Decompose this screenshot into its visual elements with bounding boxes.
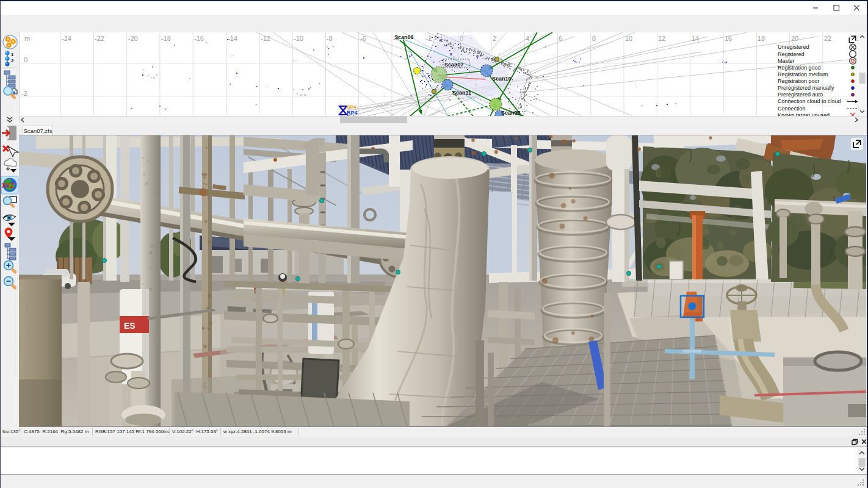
svg-text:14: 14 — [692, 35, 699, 42]
svg-text:Scan06: Scan06 — [394, 34, 414, 40]
svg-text:20: 20 — [791, 35, 798, 42]
svg-text:Registration poor: Registration poor — [778, 78, 820, 84]
svg-text:22: 22 — [824, 35, 831, 42]
svg-text:-24: -24 — [62, 35, 71, 42]
svg-text:-10: -10 — [294, 35, 303, 42]
svg-text:Preregistered auto: Preregistered auto — [778, 92, 823, 98]
svg-text:16: 16 — [725, 35, 732, 42]
svg-text:RP4: RP4 — [347, 110, 358, 116]
svg-text:0: 0 — [24, 56, 27, 63]
svg-text:Connection cloud to cloud: Connection cloud to cloud — [778, 98, 841, 104]
svg-text:m: m — [24, 35, 30, 42]
svg-text:-16: -16 — [194, 35, 204, 42]
svg-text:Scan10: Scan10 — [492, 76, 512, 82]
svg-text:Scan08: Scan08 — [501, 110, 521, 116]
svg-text:Scan07: Scan07 — [444, 62, 464, 68]
svg-text:-12: -12 — [261, 35, 270, 42]
svg-text:Unregistered: Unregistered — [778, 44, 809, 50]
svg-text:Registered: Registered — [778, 51, 805, 57]
svg-text:Connection: Connection — [778, 106, 806, 112]
svg-text:1: 1 — [11, 52, 14, 57]
svg-text:2: 2 — [493, 35, 496, 42]
svg-text:-2: -2 — [426, 35, 432, 42]
svg-text:Scan11: Scan11 — [452, 90, 471, 96]
svg-text:ES: ES — [124, 321, 136, 331]
svg-text:2: 2 — [11, 58, 14, 63]
svg-text:-14: -14 — [228, 35, 237, 42]
svg-text:XYZ: XYZ — [2, 182, 15, 189]
svg-text:18: 18 — [758, 35, 765, 42]
svg-text:-6: -6 — [360, 35, 366, 42]
svg-text:-2: -2 — [21, 90, 27, 97]
svg-text:-8: -8 — [327, 35, 333, 42]
svg-text:8: 8 — [592, 35, 596, 42]
svg-text:Registration good: Registration good — [778, 65, 821, 71]
svg-text:-20: -20 — [128, 35, 138, 42]
svg-text:12: 12 — [658, 35, 665, 42]
svg-text:-18: -18 — [161, 35, 171, 42]
svg-text:Master: Master — [778, 58, 795, 64]
svg-text:Registration medium: Registration medium — [778, 71, 828, 77]
svg-text:Preregistered manually: Preregistered manually — [778, 85, 834, 91]
svg-text:-22: -22 — [95, 35, 104, 42]
svg-text:RP4: RP4 — [347, 104, 356, 110]
